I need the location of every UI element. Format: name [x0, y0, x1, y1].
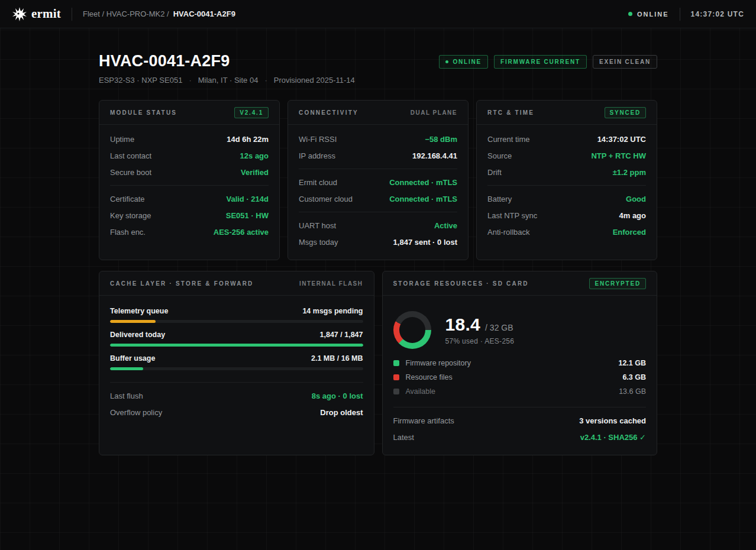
- kv-label: Latest: [393, 433, 414, 442]
- legend-item: Firmware repository 12.1 GB: [393, 356, 647, 370]
- kv-row: Source NTP + RTC HW: [487, 147, 646, 164]
- kv-value: AES-256 active: [214, 228, 269, 237]
- kv-value: v2.4.1 · SHA256 ✓: [580, 433, 646, 442]
- kv-label: Wi-Fi RSSI: [299, 135, 337, 144]
- bar-value: 2.1 MB / 16 MB: [311, 354, 363, 363]
- kv-value: Good: [626, 195, 646, 203]
- device-hardware: ESP32-S3 · NXP SE051: [99, 76, 182, 85]
- rtc-time-card: RTC & TIME SYNCED Current time 14:37:02 …: [476, 100, 657, 260]
- bar-value: 14 msgs pending: [302, 307, 363, 315]
- kv-value: ±1.2 ppm: [613, 168, 646, 177]
- header-badges: ONLINE FIRMWARE CURRENT EXEIN CLEAN: [439, 55, 657, 69]
- cache-layer-card: CACHE LAYER · STORE & FORWARD INTERNAL F…: [99, 271, 374, 455]
- legend-label: Available: [406, 387, 436, 396]
- module-status-card: MODULE STATUS V2.4.1 Uptime 14d 6h 22m L…: [99, 100, 280, 260]
- kv-row: Anti-rollback Enforced: [487, 224, 646, 240]
- kv-label: Last flush: [110, 392, 143, 400]
- firmware-swatch-icon: [393, 360, 399, 366]
- meta-separator: ·: [189, 76, 191, 85]
- kv-value: 4m ago: [619, 211, 646, 220]
- kv-row: Secure boot Verified: [110, 164, 269, 180]
- kv-label: Flash enc.: [110, 228, 146, 237]
- storage-used-value: 18.4: [445, 315, 481, 335]
- divider: [299, 169, 457, 169]
- kv-value: SE051 · HW: [226, 211, 269, 220]
- kv-row: Msgs today 1,847 sent · 0 lost: [299, 234, 457, 250]
- telemetry-queue-bar: Telemetry queue 14 msgs pending: [110, 302, 363, 325]
- bar-label: Delivered today: [110, 331, 165, 339]
- kv-row: Ermit cloud Connected · mTLS: [299, 174, 457, 190]
- topbar-divider: [680, 8, 680, 21]
- kv-row: Last NTP sync 4m ago: [487, 207, 646, 224]
- ermit-logo[interactable]: ermit: [12, 7, 61, 22]
- storage-donut-chart: [393, 311, 431, 349]
- kv-row: Uptime 14d 6h 22m: [110, 131, 269, 147]
- bar-value: 1,847 / 1,847: [320, 331, 363, 339]
- kv-value: Valid · 214d: [226, 195, 269, 203]
- progress-track: [110, 367, 363, 370]
- synced-badge: SYNCED: [605, 107, 646, 118]
- kv-row: Current time 14:37:02 UTC: [487, 131, 646, 147]
- kv-row: Battery Good: [487, 190, 646, 207]
- kv-row: Overflow policy Drop oldest: [110, 404, 363, 420]
- kv-value: 12s ago: [240, 151, 269, 160]
- kv-row: Last contact 12s ago: [110, 147, 269, 164]
- kv-value: Enforced: [613, 228, 646, 237]
- kv-label: UART host: [299, 221, 336, 230]
- kv-label: Certificate: [110, 195, 145, 203]
- kv-value: Connected · mTLS: [389, 178, 457, 187]
- kv-row: Latest v2.4.1 · SHA256 ✓: [393, 429, 647, 445]
- progress-track: [110, 320, 363, 323]
- kv-label: Firmware artifacts: [393, 416, 454, 425]
- legend-item: Available 13.6 GB: [393, 384, 647, 399]
- resource-swatch-icon: [393, 374, 399, 380]
- kv-label: Drift: [487, 168, 502, 177]
- badge-online: ONLINE: [439, 55, 488, 69]
- device-detail-page: HVAC-0041-A2F9 ESP32-S3 · NXP SE051 · Mi…: [99, 28, 657, 455]
- kv-label: Current time: [487, 135, 530, 144]
- page-title: HVAC-0041-A2F9: [99, 52, 355, 70]
- legend-value: 6.3 GB: [622, 373, 646, 381]
- kv-value: 1,847 sent · 0 lost: [393, 238, 457, 247]
- card-title: CONNECTIVITY: [299, 109, 358, 116]
- kv-label: Secure boot: [110, 168, 151, 177]
- kv-label: IP address: [299, 151, 335, 160]
- kv-label: Key storage: [110, 211, 151, 220]
- storage-sub-label: 57% used · AES-256: [445, 337, 515, 345]
- encrypted-badge: ENCRYPTED: [589, 278, 646, 289]
- kv-label: Uptime: [110, 135, 134, 144]
- badge-firmware-current: FIRMWARE CURRENT: [494, 55, 587, 69]
- legend-item: Resource files 6.3 GB: [393, 370, 647, 384]
- meta-separator: ·: [264, 76, 267, 85]
- device-location: Milan, IT · Site 04: [198, 76, 259, 85]
- card-title: STORAGE RESOURCES · SD CARD: [393, 280, 529, 287]
- online-dot-icon: [445, 60, 448, 63]
- logo-wordmark: ermit: [31, 7, 61, 21]
- badge-online-label: ONLINE: [453, 59, 482, 65]
- kv-label: Overflow policy: [110, 408, 162, 417]
- divider: [487, 185, 646, 186]
- status-dot-icon: [628, 12, 632, 16]
- kv-label: Last NTP sync: [487, 211, 537, 220]
- breadcrumb-path[interactable]: Fleet / HVAC-PRO-MK2 /: [83, 9, 169, 18]
- card-aside-label: INTERNAL FLASH: [299, 280, 363, 287]
- progress-fill: [110, 320, 156, 323]
- device-meta: ESP32-S3 · NXP SE051 · Milan, IT · Site …: [99, 76, 355, 85]
- bar-label: Telemetry queue: [110, 307, 168, 315]
- kv-row: Flash enc. AES-256 active: [110, 224, 269, 240]
- card-aside-label: DUAL PLANE: [411, 109, 457, 116]
- device-provisioned: Provisioned 2025-11-14: [274, 76, 355, 85]
- kv-value: 8s ago · 0 lost: [312, 392, 363, 400]
- topbar: ermit Fleet / HVAC-PRO-MK2 / HVAC-0041-A…: [0, 0, 756, 28]
- storage-resources-card: STORAGE RESOURCES · SD CARD ENCRYPTED 18…: [382, 271, 658, 455]
- kv-value: Drop oldest: [320, 408, 363, 417]
- breadcrumb: Fleet / HVAC-PRO-MK2 / HVAC-0041-A2F9: [83, 9, 235, 18]
- breadcrumb-current: HVAC-0041-A2F9: [173, 9, 235, 18]
- divider: [393, 407, 647, 407]
- kv-value: 14:37:02 UTC: [597, 135, 646, 144]
- kv-row: Certificate Valid · 214d: [110, 190, 269, 207]
- card-title: RTC & TIME: [487, 109, 534, 116]
- kv-value: Active: [434, 221, 457, 230]
- kv-label: Last contact: [110, 151, 151, 160]
- kv-row: Wi-Fi RSSI −58 dBm: [299, 131, 457, 147]
